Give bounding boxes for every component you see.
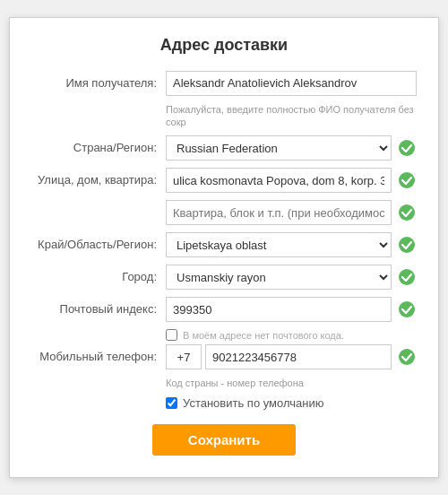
apartment-check-icon xyxy=(397,203,417,222)
svg-point-1 xyxy=(399,172,415,188)
apartment-field-wrap xyxy=(166,200,417,225)
svg-point-0 xyxy=(399,140,415,156)
svg-point-3 xyxy=(399,237,415,253)
recipient-field-wrap xyxy=(166,71,417,96)
recipient-row: Имя получателя: xyxy=(31,71,417,96)
region-check-icon xyxy=(397,235,417,255)
country-check-icon xyxy=(397,138,417,158)
region-label: Край/Область/Регион: xyxy=(31,232,166,257)
no-postal-checkbox[interactable] xyxy=(166,329,177,341)
phone-hint: Код страны - номер телефона xyxy=(31,377,417,389)
delivery-address-dialog: Адрес доставки Имя получателя: Пожалуйст… xyxy=(9,17,439,479)
region-row: Край/Область/Регион: Lipetskaya oblast xyxy=(31,232,417,257)
street-label: Улица, дом, квартира: xyxy=(31,168,166,193)
phone-check-icon xyxy=(397,347,417,367)
save-button-row: Сохранить xyxy=(31,424,417,456)
phone-number-input[interactable] xyxy=(205,344,392,369)
postal-input[interactable] xyxy=(166,297,392,322)
phone-field-wrap xyxy=(166,344,417,369)
country-label: Страна/Регион: xyxy=(31,135,166,161)
no-postal-label: В моём адресе нет почтового кода. xyxy=(183,330,344,341)
default-checkbox[interactable] xyxy=(166,397,177,409)
street-field-wrap xyxy=(166,168,417,193)
city-check-icon xyxy=(397,267,417,287)
phone-code-input[interactable] xyxy=(166,344,202,369)
svg-point-4 xyxy=(399,269,415,285)
region-field-wrap: Lipetskaya oblast xyxy=(166,232,417,257)
country-field-wrap: Russian Federation xyxy=(166,135,417,161)
phone-inputs-wrap xyxy=(166,344,392,369)
street-row: Улица, дом, квартира: xyxy=(31,168,417,193)
save-button[interactable]: Сохранить xyxy=(152,424,296,456)
svg-point-2 xyxy=(399,204,415,221)
svg-point-5 xyxy=(399,301,415,317)
postal-label: Почтовый индекс: xyxy=(31,297,166,322)
region-select[interactable]: Lipetskaya oblast xyxy=(166,232,392,257)
apartment-row xyxy=(31,200,417,225)
recipient-label: Имя получателя: xyxy=(31,71,166,96)
dialog-title: Адрес доставки xyxy=(31,36,417,55)
recipient-input[interactable] xyxy=(166,71,417,96)
phone-label: Мобильный телефон: xyxy=(31,344,166,369)
city-label: Город: xyxy=(31,265,166,290)
city-field-wrap: Usmanskiy rayon xyxy=(166,265,417,290)
street-input[interactable] xyxy=(166,168,392,193)
postal-row: Почтовый индекс: xyxy=(31,297,417,322)
svg-point-6 xyxy=(399,349,415,365)
postal-field-wrap xyxy=(166,297,417,322)
postal-check-icon xyxy=(397,300,417,319)
country-select[interactable]: Russian Federation xyxy=(166,135,392,161)
city-select[interactable]: Usmanskiy rayon xyxy=(166,265,392,290)
phone-row: Мобильный телефон: xyxy=(31,344,417,369)
default-label: Установить по умолчанию xyxy=(183,396,323,410)
no-postal-row: В моём адресе нет почтового кода. xyxy=(31,329,417,341)
no-postal-wrap: В моём адресе нет почтового кода. xyxy=(166,329,344,341)
country-row: Страна/Регион: Russian Federation xyxy=(31,135,417,161)
street-check-icon xyxy=(397,170,417,190)
apartment-input[interactable] xyxy=(166,200,392,225)
recipient-hint: Пожалуйста, введите полностью ФИО получа… xyxy=(31,103,417,129)
city-row: Город: Usmanskiy rayon xyxy=(31,265,417,290)
default-row: Установить по умолчанию xyxy=(31,396,417,410)
